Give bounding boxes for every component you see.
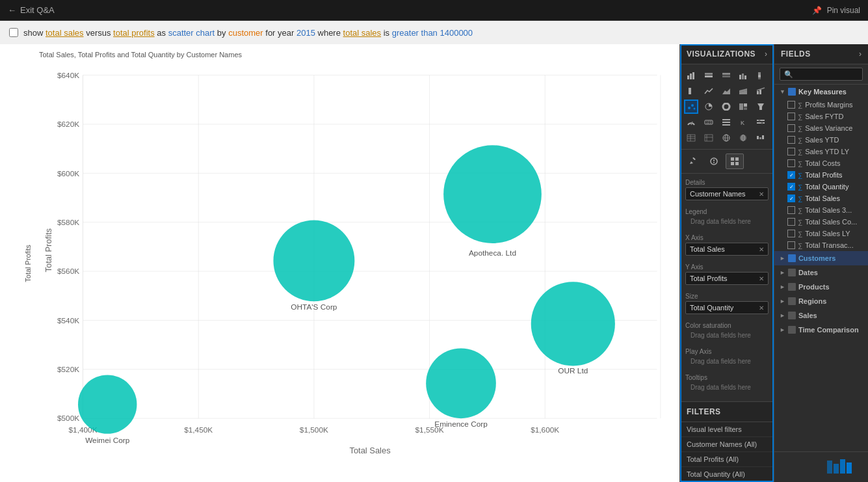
bubble-ohtas[interactable] [273, 220, 354, 301]
size-remove-icon[interactable]: ✕ [759, 304, 764, 312]
field-sales-ytd[interactable]: ∑ Sales YTD [774, 134, 868, 146]
total-costs-checkbox[interactable] [787, 159, 795, 167]
query-checkbox[interactable] [9, 28, 18, 37]
field-total-sales[interactable]: ✓ ∑ Total Sales [774, 193, 868, 204]
fields-group-customers-header[interactable]: ► Customers [774, 251, 868, 265]
pie-chart-icon-btn[interactable] [702, 100, 716, 114]
bubble-our-ltd[interactable] [531, 282, 615, 366]
sales-fytd-checkbox[interactable] [787, 113, 795, 120]
bubble-eminence[interactable] [426, 348, 496, 418]
field-remove-icon[interactable]: ✕ [759, 191, 764, 198]
total-sales-ly-checkbox[interactable] [787, 230, 795, 237]
legend-drag-area[interactable]: Drag data fields here [685, 217, 769, 226]
field-total-quantity[interactable]: ✓ ∑ Total Quantity [774, 181, 868, 193]
color-drag-area[interactable]: Drag data fields here [685, 330, 769, 340]
pin-visual-button[interactable]: 📌 Pin visual [812, 6, 860, 15]
waterfall-icon-btn[interactable] [754, 131, 768, 145]
100pct-col-icon-btn[interactable] [684, 84, 698, 98]
customers-icon [788, 254, 796, 262]
filter-total-profits[interactable]: Total Profits (All) [680, 452, 774, 467]
scatter-chart-icon-btn[interactable] [684, 100, 698, 114]
x-axis-field-value[interactable]: Total Sales ✕ [685, 243, 769, 256]
card-icon-btn[interactable]: 123 [702, 115, 716, 129]
analytics-tool-btn[interactable] [705, 154, 723, 169]
filter-customer-names[interactable]: Customer Names (All) [680, 437, 774, 452]
kpi-icon-btn[interactable]: K [736, 115, 750, 129]
fields-tool-btn[interactable] [726, 154, 744, 169]
field-total-costs[interactable]: ∑ Total Costs [774, 157, 868, 169]
size-field-value[interactable]: Total Quantity ✕ [685, 301, 769, 314]
tooltips-drag-area[interactable]: Drag data fields here [685, 382, 769, 392]
play-drag-area[interactable]: Drag data fields here [685, 356, 769, 366]
fields-group-key-measures-header[interactable]: ▼ Key Measures [774, 85, 868, 99]
sales-variance-checkbox[interactable] [787, 124, 795, 132]
field-sales-ytd-ly[interactable]: ∑ Sales YTD LY [774, 146, 868, 157]
sales-ytd-checkbox[interactable] [787, 136, 795, 144]
total-sales-3-checkbox[interactable] [787, 206, 795, 214]
exit-qa-button[interactable]: ← Exit Q&A [8, 5, 55, 15]
time-comparison-label: Time Comparison [798, 326, 859, 334]
bar-chart-icon-btn[interactable] [684, 68, 698, 83]
donut-chart-icon-btn[interactable] [719, 100, 733, 114]
slicer-icon-btn[interactable] [754, 115, 768, 129]
fields-panel: FIELDS › ▼ Key Measures ∑ [774, 44, 868, 482]
field-total-sales-3[interactable]: ∑ Total Sales 3... [774, 204, 868, 216]
field-total-transac[interactable]: ∑ Total Transac... [774, 239, 868, 251]
map-icon-btn[interactable] [719, 131, 733, 145]
y-axis-remove-icon[interactable]: ✕ [759, 275, 764, 282]
key-measures-chevron: ▼ [780, 88, 785, 95]
bubble-apotheca[interactable] [443, 145, 542, 243]
multi-row-card-icon-btn[interactable] [719, 115, 733, 129]
fields-panel-chevron[interactable]: › [859, 49, 861, 59]
total-sales-checkbox[interactable]: ✓ [787, 194, 795, 202]
fields-group-products-header[interactable]: ► Products [774, 280, 868, 294]
treemap-icon-btn[interactable] [736, 100, 750, 114]
stacked-area-icon-btn[interactable] [736, 84, 750, 98]
matrix-icon-btn[interactable] [702, 131, 716, 145]
field-profits-margins[interactable]: ∑ Profits Margins [774, 99, 868, 111]
svg-rect-89 [692, 157, 696, 161]
line-col-icon-btn[interactable] [754, 84, 768, 98]
filter-total-quantity[interactable]: Total Quantity (All) [680, 467, 774, 482]
field-total-profits[interactable]: ✓ ∑ Total Profits [774, 169, 868, 181]
total-profits-checkbox[interactable]: ✓ [787, 171, 795, 179]
line-chart-icon-btn[interactable] [702, 84, 716, 98]
sales-fytd-label: Sales FYTD [805, 113, 843, 120]
svg-text:Total Sales: Total Sales [349, 446, 390, 453]
stacked-col-icon-btn[interactable] [754, 68, 768, 83]
fields-group-dates-header[interactable]: ► Dates [774, 265, 868, 280]
customer-names-field[interactable]: Customer Names ✕ [685, 187, 769, 200]
total-quantity-checkbox[interactable]: ✓ [787, 183, 795, 191]
fields-group-sales-header[interactable]: ► Sales [774, 308, 868, 323]
svg-rect-60 [744, 103, 747, 107]
field-sales-fytd[interactable]: ∑ Sales FYTD [774, 111, 868, 122]
fields-group-time-comparison-header[interactable]: ► Time Comparison [774, 323, 868, 337]
y-axis-field-value[interactable]: Total Profits ✕ [685, 272, 769, 285]
fields-group-regions-header[interactable]: ► Regions [774, 294, 868, 308]
fields-group-regions: ► Regions [774, 294, 868, 308]
total-sales-co-checkbox[interactable] [787, 218, 795, 226]
clustered-col-icon-btn[interactable] [736, 68, 750, 83]
sales-ytd-ly-checkbox[interactable] [787, 148, 795, 155]
field-total-sales-ly[interactable]: ∑ Total Sales LY [774, 228, 868, 239]
fields-search-input[interactable] [780, 68, 863, 81]
area-chart-icon-btn[interactable] [719, 84, 733, 98]
svg-text:Total Profits: Total Profits [44, 228, 53, 272]
gauge-icon-btn[interactable] [684, 115, 698, 129]
legend-label: Legend [685, 208, 769, 215]
profits-margins-checkbox[interactable] [787, 101, 795, 109]
x-axis-remove-icon[interactable]: ✕ [759, 246, 764, 253]
filter-visual-level[interactable]: Visual level filters [680, 422, 774, 437]
table-icon-btn[interactable] [684, 131, 698, 145]
stacked-bar-icon-btn[interactable] [702, 68, 716, 83]
funnel-icon-btn[interactable] [754, 100, 768, 114]
total-transac-checkbox[interactable] [787, 241, 795, 249]
viz-panel-chevron[interactable]: › [765, 49, 767, 59]
back-arrow-icon: ← [8, 5, 16, 15]
bubble-weimei[interactable] [78, 375, 137, 433]
format-tool-btn[interactable] [684, 154, 702, 169]
field-sales-variance[interactable]: ∑ Sales Variance [774, 122, 868, 134]
100pct-bar-icon-btn[interactable] [719, 68, 733, 83]
field-total-sales-co[interactable]: ∑ Total Sales Co... [774, 216, 868, 228]
filled-map-icon-btn[interactable] [736, 131, 750, 145]
